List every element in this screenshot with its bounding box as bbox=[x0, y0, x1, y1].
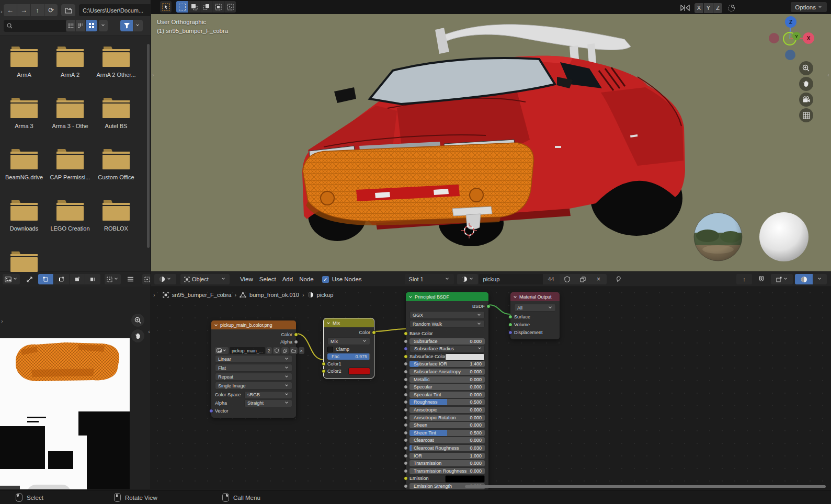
bsdf-node-header[interactable]: Principled BSDF bbox=[406, 292, 488, 301]
color-swatch[interactable] bbox=[445, 353, 485, 361]
color-output-socket[interactable] bbox=[294, 333, 298, 337]
source-dropdown[interactable]: Single Image bbox=[215, 382, 292, 390]
forward-button[interactable]: → bbox=[17, 4, 30, 16]
folder-item[interactable]: Downloads bbox=[1, 192, 47, 244]
color1-input-socket[interactable] bbox=[322, 362, 326, 366]
toolbar-expand-arrow[interactable]: › bbox=[152, 72, 154, 78]
clamp-row[interactable]: Clamp bbox=[327, 346, 370, 352]
uv-pan-button[interactable] bbox=[131, 329, 144, 342]
volume-input-socket[interactable] bbox=[508, 323, 513, 327]
color-swatch[interactable] bbox=[445, 475, 485, 483]
select-difference-tool-button[interactable] bbox=[212, 1, 224, 13]
mirror-x-button[interactable]: X bbox=[695, 3, 703, 13]
select-extend-tool-button[interactable] bbox=[188, 1, 200, 13]
path-input[interactable]: C:\Users\User\Docum... bbox=[79, 4, 155, 16]
input-socket[interactable] bbox=[404, 400, 408, 404]
bsdf-property-row[interactable]: IOR 1.000 bbox=[409, 453, 485, 459]
uv-sync-selection-toggle[interactable] bbox=[24, 274, 35, 284]
display-thumbnails-button[interactable] bbox=[86, 20, 97, 31]
uv-pivot-dropdown[interactable] bbox=[142, 274, 151, 284]
input-socket[interactable] bbox=[404, 385, 408, 389]
bsdf-property-row[interactable]: Subsurface IOR 1.400 bbox=[409, 361, 485, 367]
select-intersect-tool-button[interactable] bbox=[224, 1, 236, 13]
uv-expand-arrow[interactable]: › bbox=[1, 318, 3, 324]
distribution-dropdown[interactable]: GGX bbox=[409, 311, 485, 319]
uv-menu-button[interactable] bbox=[125, 274, 136, 284]
bsdf-property-row[interactable]: Metallic 0.000 bbox=[409, 376, 485, 383]
grid-toggle-button[interactable] bbox=[799, 108, 813, 122]
bsdf-output-socket[interactable] bbox=[486, 304, 491, 308]
material-browse-dropdown[interactable] bbox=[457, 274, 478, 284]
image-texture-node[interactable]: pickup_main_b.color.png Color Alpha bbox=[211, 320, 296, 418]
select-subtract-tool-button[interactable] bbox=[200, 1, 212, 13]
input-socket[interactable] bbox=[404, 377, 408, 382]
extension-dropdown[interactable]: Repeat bbox=[215, 373, 292, 381]
collapse-icon[interactable] bbox=[215, 324, 218, 327]
menu-add[interactable]: Add bbox=[279, 276, 296, 282]
new-material-button[interactable] bbox=[575, 274, 591, 284]
interpolation-dropdown[interactable]: Linear bbox=[215, 355, 292, 363]
collapse-icon[interactable] bbox=[514, 295, 517, 299]
image-browse-dropdown[interactable] bbox=[215, 347, 229, 354]
breadcrumb-expand-arrow[interactable]: › bbox=[153, 292, 155, 298]
clamp-checkbox[interactable] bbox=[327, 347, 333, 352]
mirror-z-button[interactable]: Z bbox=[713, 3, 722, 13]
folder-item[interactable]: Arma 3 - Othe bbox=[47, 90, 93, 141]
input-socket[interactable] bbox=[404, 393, 408, 397]
bsdf-property-row[interactable]: Anisotropic 0.000 bbox=[409, 407, 485, 413]
shader-mode-dropdown[interactable]: Object bbox=[180, 274, 230, 284]
collapse-icon[interactable] bbox=[327, 322, 331, 325]
uv-collapse-arrow[interactable]: ‹ bbox=[148, 328, 150, 335]
output-node-header[interactable]: Material Output bbox=[510, 292, 560, 301]
folder-item[interactable]: Custom Office bbox=[93, 141, 139, 192]
material-users-count[interactable]: 44 bbox=[543, 274, 560, 284]
pin-button[interactable] bbox=[611, 274, 627, 284]
region-expand-arrow[interactable]: › bbox=[1, 8, 3, 15]
input-socket[interactable] bbox=[404, 446, 408, 450]
material-name-field[interactable]: pickup bbox=[479, 274, 543, 284]
pan-button[interactable] bbox=[799, 77, 813, 91]
back-button[interactable]: ← bbox=[4, 4, 17, 16]
bsdf-property-row[interactable]: Subsurface 0.000 bbox=[409, 338, 485, 345]
output-target-dropdown[interactable]: All bbox=[514, 304, 556, 312]
menu-node[interactable]: Node bbox=[296, 276, 317, 282]
use-nodes-toggle[interactable]: ✓ Use Nodes bbox=[322, 276, 362, 283]
color-space-dropdown[interactable]: sRGB bbox=[244, 391, 292, 399]
tweak-tool-button[interactable] bbox=[160, 1, 172, 13]
input-socket[interactable] bbox=[404, 438, 408, 442]
uv-face-select-button[interactable] bbox=[70, 274, 85, 284]
bsdf-property-row[interactable]: Subsurface Color bbox=[409, 353, 485, 360]
camera-view-button[interactable] bbox=[799, 93, 813, 107]
uv-sticky-select-dropdown[interactable] bbox=[105, 274, 121, 284]
snap-toggle-button[interactable] bbox=[754, 274, 769, 284]
input-socket[interactable] bbox=[404, 408, 408, 412]
node-canvas-hscrollbar[interactable] bbox=[465, 485, 826, 488]
bsdf-property-row[interactable]: Subsurface Anisotropy 0.000 bbox=[409, 369, 485, 375]
mix-node[interactable]: Mix Color Mix Clamp bbox=[324, 318, 374, 378]
input-socket[interactable] bbox=[404, 416, 408, 420]
folder-item[interactable]: Autel BS bbox=[93, 90, 139, 141]
mix-node-header[interactable]: Mix bbox=[324, 318, 374, 327]
folder-item[interactable]: ArmA 2 bbox=[47, 39, 93, 90]
unlink-material-button[interactable]: × bbox=[591, 274, 607, 284]
input-socket[interactable] bbox=[404, 484, 408, 488]
image-users-count[interactable]: 2 bbox=[266, 347, 272, 354]
alpha-output-socket[interactable] bbox=[294, 340, 298, 344]
surface-input-socket[interactable] bbox=[508, 315, 513, 319]
select-box-tool-button[interactable] bbox=[176, 1, 188, 13]
search-input[interactable] bbox=[4, 20, 67, 32]
display-size-dropdown[interactable] bbox=[99, 20, 108, 31]
bsdf-property-row[interactable]: Clearcoat 0.000 bbox=[409, 437, 485, 443]
vector-input-socket[interactable] bbox=[209, 409, 213, 413]
editor-type-dropdown[interactable] bbox=[154, 274, 176, 284]
refresh-button[interactable]: ⟳ bbox=[44, 4, 58, 16]
folder-item[interactable]: BeamNG.drive bbox=[1, 141, 47, 192]
mirror-y-button[interactable]: Y bbox=[704, 3, 713, 13]
input-socket[interactable] bbox=[404, 362, 408, 366]
bsdf-property-row[interactable]: Subsurface Radius bbox=[409, 346, 485, 352]
zoom-button[interactable] bbox=[799, 61, 813, 75]
input-socket[interactable] bbox=[404, 423, 408, 427]
bsdf-property-row[interactable]: Emission bbox=[409, 475, 485, 482]
principled-bsdf-node[interactable]: Principled BSDF BSDF GGX Random Walk bbox=[406, 292, 488, 489]
bsdf-property-row[interactable]: Base Color bbox=[409, 330, 485, 337]
